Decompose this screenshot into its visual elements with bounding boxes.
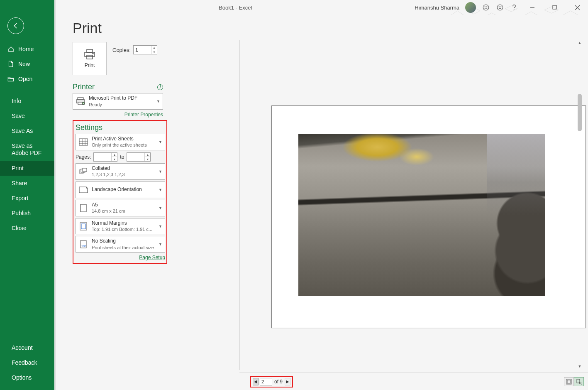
- sheets-icon: [78, 137, 88, 147]
- pages-to-input[interactable]: [127, 153, 144, 161]
- page-total: of 9: [273, 379, 283, 385]
- nav-info[interactable]: Info: [0, 93, 54, 108]
- spinner-down[interactable]: ▼: [145, 157, 150, 161]
- dd-sub: Only print the active sheets: [92, 142, 155, 148]
- printer-select[interactable]: Microsoft Print to PDFReady ▼: [73, 93, 163, 110]
- smile-icon[interactable]: [482, 3, 490, 12]
- scroll-thumb[interactable]: [578, 94, 582, 131]
- dd-sub: 14.8 cm x 21 cm: [92, 208, 155, 214]
- zoom-to-page-button[interactable]: [574, 377, 584, 386]
- nav-label: New: [18, 61, 30, 67]
- nav-label: Share: [12, 180, 27, 186]
- nav-export[interactable]: Export: [0, 191, 54, 206]
- user-name: Himanshu Sharma: [415, 5, 459, 11]
- printer-name: Microsoft Print to PDF: [89, 95, 153, 102]
- nav-close[interactable]: Close: [0, 221, 54, 235]
- dd-title: Print Active Sheets: [92, 136, 155, 142]
- svg-point-20: [93, 53, 93, 54]
- pages-label: Pages:: [76, 154, 91, 160]
- nav-label: Account: [12, 344, 33, 351]
- nav-label: Info: [12, 98, 21, 104]
- svg-rect-33: [81, 204, 86, 212]
- spinner-up[interactable]: ▲: [151, 46, 157, 50]
- maximize-button[interactable]: [547, 2, 563, 13]
- folder-open-icon: [7, 76, 14, 82]
- back-button[interactable]: [7, 17, 24, 34]
- chevron-down-icon: ▼: [159, 224, 162, 228]
- nav-feedback[interactable]: Feedback: [0, 355, 54, 370]
- svg-point-4: [499, 7, 499, 7]
- nav-label: Options: [12, 374, 32, 381]
- copies-label: Copies:: [112, 47, 131, 53]
- dd-sub: Print sheets at their actual size: [92, 245, 155, 250]
- spinner-down[interactable]: ▼: [112, 157, 117, 161]
- copies-spinner[interactable]: ▲▼: [133, 45, 157, 54]
- nav-save-as[interactable]: Save As: [0, 123, 54, 138]
- print-what-select[interactable]: Print Active SheetsOnly print the active…: [76, 134, 165, 150]
- spinner-down[interactable]: ▼: [151, 50, 157, 54]
- window-title: Book1 - Excel: [56, 5, 415, 11]
- settings-header: Settings: [76, 123, 102, 132]
- avatar[interactable]: [465, 2, 476, 13]
- nav-home[interactable]: Home: [0, 42, 54, 56]
- collate-icon: [78, 167, 88, 177]
- preview-page: [271, 105, 586, 328]
- nav-publish[interactable]: Publish: [0, 206, 54, 221]
- help-icon[interactable]: ?: [510, 3, 518, 12]
- chevron-down-icon: ▼: [159, 206, 162, 210]
- chevron-down-icon: ▼: [156, 99, 160, 103]
- frown-icon[interactable]: [496, 3, 504, 12]
- paper-size-select[interactable]: A514.8 cm x 21 cm ▼: [76, 200, 165, 216]
- dd-sub: Top: 1.91 cm Bottom: 1.91 c...: [92, 226, 155, 232]
- scroll-down-icon[interactable]: ▼: [577, 364, 582, 369]
- nav-print[interactable]: Print: [0, 161, 54, 176]
- nav-open[interactable]: Open: [0, 71, 54, 86]
- nav-options[interactable]: Options: [0, 370, 54, 385]
- spinner-up[interactable]: ▲: [145, 153, 150, 157]
- collate-select[interactable]: Collated1,2,3 1,2,3 1,2,3 ▼: [76, 163, 165, 180]
- printer-properties-link[interactable]: Printer Properties: [124, 112, 163, 118]
- pages-from-spinner[interactable]: ▲▼: [93, 152, 117, 162]
- nav-save[interactable]: Save: [0, 108, 54, 123]
- nav-label: Export: [12, 195, 28, 201]
- scaling-select[interactable]: 100 No ScalingPrint sheets at their actu…: [76, 236, 165, 253]
- file-icon: [7, 61, 14, 67]
- chevron-down-icon: ▼: [159, 140, 162, 144]
- titlebar: Book1 - Excel Himanshu Sharma ?: [56, 0, 588, 15]
- svg-line-42: [581, 384, 582, 385]
- print-button[interactable]: Print: [73, 42, 107, 75]
- nav-label: Save: [12, 113, 25, 119]
- dd-title: A5: [92, 202, 155, 208]
- nav-save-adobe-pdf[interactable]: Save as Adobe PDF: [0, 138, 54, 161]
- vertical-scrollbar[interactable]: ▲ ▼: [576, 40, 583, 370]
- orientation-select[interactable]: Landscape Orientation ▼: [76, 182, 165, 198]
- nav-new[interactable]: New: [0, 56, 54, 71]
- print-backstage: Print Print Copies: ▲▼ Printer i Microso…: [56, 15, 588, 390]
- pages-to-spinner[interactable]: ▲▼: [127, 152, 151, 162]
- info-icon[interactable]: i: [157, 84, 163, 90]
- copies-input[interactable]: [134, 46, 151, 54]
- svg-point-3: [497, 5, 503, 10]
- svg-rect-39: [567, 380, 571, 383]
- prev-page-button[interactable]: ◀: [253, 378, 259, 385]
- next-page-button[interactable]: ▶: [285, 378, 290, 385]
- nav-label: Close: [12, 225, 27, 231]
- current-page-input[interactable]: [260, 378, 272, 385]
- pages-from-input[interactable]: [94, 153, 111, 161]
- scroll-up-icon[interactable]: ▲: [577, 41, 582, 46]
- nav-label: Save as Adobe PDF: [12, 142, 47, 157]
- printer-device-icon: [76, 96, 85, 106]
- nav-account[interactable]: Account: [0, 340, 54, 355]
- minimize-button[interactable]: [524, 2, 541, 13]
- spinner-up[interactable]: ▲: [112, 153, 117, 157]
- nav-label: Publish: [12, 210, 31, 216]
- dd-title: Landscape Orientation: [92, 186, 155, 193]
- svg-point-0: [483, 5, 489, 10]
- preview-footer: ◀ of 9 ▶: [239, 373, 588, 390]
- nav-share[interactable]: Share: [0, 176, 54, 191]
- page-icon: [78, 203, 88, 213]
- show-margins-button[interactable]: [564, 377, 574, 386]
- margins-select[interactable]: Normal MarginsTop: 1.91 cm Bottom: 1.91 …: [76, 218, 165, 235]
- close-button[interactable]: [569, 2, 586, 13]
- page-setup-link[interactable]: Page Setup: [139, 255, 165, 260]
